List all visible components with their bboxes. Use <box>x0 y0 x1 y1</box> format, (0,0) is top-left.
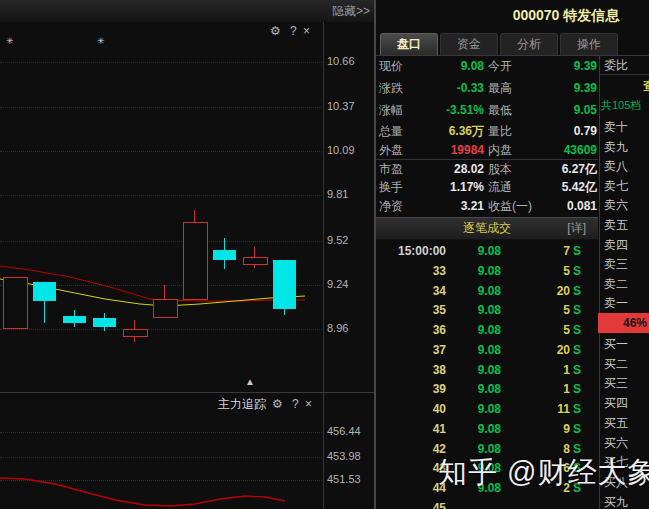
quote-value: 43609 <box>538 141 597 160</box>
order-book-column: 委比 查 共105档 46% 卖十卖九卖八卖七卖六卖五卖四卖三卖二卖一买一买二买… <box>599 55 649 509</box>
quote-row: 涨跌-0.33最高9.39 <box>376 79 598 98</box>
tick-time: 36 <box>386 320 446 340</box>
quote-row: 换手1.17%流通5.42亿 <box>376 178 598 197</box>
depth-sell-level[interactable]: 卖三 <box>604 255 628 273</box>
quote-label: 换手 <box>379 178 403 197</box>
tick-volume: 20 <box>526 340 570 360</box>
quote-label: 总量 <box>379 122 403 141</box>
candlestick <box>123 329 148 337</box>
tick-row: 339.085S <box>376 261 598 281</box>
weibi-label: 委比 <box>604 57 628 73</box>
tab-item-2[interactable]: 资金 <box>440 33 498 55</box>
depth-sell-level[interactable]: 卖四 <box>604 236 628 254</box>
tick-row: 369.085S <box>376 320 598 340</box>
candlestick <box>3 277 28 329</box>
kline-chart-panel: ⚙ ? × ✳ ✳ 10.6610.3710.099.819.529.248.9… <box>0 22 374 392</box>
quote-value: 9.08 <box>427 57 484 76</box>
depth-buy-level[interactable]: 买三 <box>604 374 628 392</box>
candlestick <box>243 257 268 265</box>
quote-value: 0.79 <box>538 122 597 141</box>
clipped-button-label[interactable]: 查 <box>643 78 649 94</box>
candlestick <box>93 318 116 327</box>
tab-item-4[interactable]: 操作 <box>560 33 618 55</box>
quote-label: 量比 <box>488 122 512 141</box>
tick-list-header: 逐笔成交 [详] <box>376 217 598 240</box>
main-force-tracker-panel: 主力追踪 ⚙ ? × 456.44453.98451.53 <box>0 392 374 509</box>
tick-time: 39 <box>386 379 446 399</box>
tick-volume: 5 <box>526 320 570 340</box>
depth-sell-level[interactable]: 卖六 <box>604 196 628 214</box>
tick-row: 399.081S <box>376 379 598 399</box>
quote-label: 净资 <box>379 197 403 216</box>
quote-label: 外盘 <box>379 141 403 160</box>
quote-value: 6.27亿 <box>538 160 597 179</box>
quote-row: 总量6.36万量比0.79 <box>376 122 598 141</box>
ma-lines-layer <box>0 22 374 392</box>
depth-sell-level[interactable]: 卖十 <box>604 118 628 136</box>
tick-side: S <box>573 340 587 360</box>
quote-label: 最高 <box>488 79 512 98</box>
quote-label: 现价 <box>379 57 403 76</box>
quote-row: 涨幅-3.51%最低9.05 <box>376 101 598 120</box>
candlestick <box>273 260 296 309</box>
depth-buy-level[interactable]: 买九 <box>604 493 628 509</box>
depth-sell-level[interactable]: 卖九 <box>604 138 628 156</box>
tick-row: 419.089S <box>376 419 598 439</box>
tick-volume: 5 <box>526 261 570 281</box>
tick-side: S <box>573 379 587 399</box>
depth-sell-level[interactable]: 卖七 <box>604 177 628 195</box>
tick-row: 15:00:009.087S <box>376 241 598 261</box>
tick-row: 389.081S <box>376 360 598 380</box>
tab-item-3[interactable]: 分析 <box>500 33 558 55</box>
tick-time: 45 <box>386 498 446 509</box>
tick-time: 33 <box>386 261 446 281</box>
quote-label: 流通 <box>488 178 512 197</box>
tick-volume: 9 <box>526 419 570 439</box>
depth-buy-level[interactable]: 买一 <box>604 335 628 353</box>
tick-row: 349.0820S <box>376 281 598 301</box>
left-top-bar: 隐藏>> <box>0 0 374 23</box>
quote-row: 净资3.21收益(一)0.081 <box>376 197 598 216</box>
quote-panel: 000070 特发信息 盘口资金分析操作 现价9.08今开9.39涨跌-0.33… <box>376 0 649 509</box>
tick-volume: 20 <box>526 281 570 301</box>
tick-side: S <box>573 261 587 281</box>
collapse-triangle-icon[interactable]: ▲ <box>245 377 255 387</box>
quote-value: 28.02 <box>427 160 484 179</box>
stock-title: 000070 特发信息 <box>496 7 636 25</box>
quote-value: 0.081 <box>538 197 597 216</box>
depth-sell-level[interactable]: 卖二 <box>604 275 628 293</box>
candlestick <box>213 250 236 259</box>
tab-item-1[interactable]: 盘口 <box>380 33 438 55</box>
tick-price: 9.08 <box>466 379 501 399</box>
tick-side: S <box>573 320 587 340</box>
tick-side: S <box>573 241 587 261</box>
depth-buy-level[interactable]: 买四 <box>604 394 628 412</box>
quote-row: 外盘19984内盘43609 <box>376 141 598 160</box>
depth-buy-level[interactable]: 买五 <box>604 414 628 432</box>
weibi-ratio-badge: 46% <box>598 313 649 333</box>
tick-detail-link[interactable]: [详] <box>567 218 586 239</box>
quote-tab-bar: 盘口资金分析操作 <box>376 33 649 56</box>
hide-panel-button[interactable]: 隐藏>> <box>332 3 370 20</box>
quote-value: 19984 <box>427 141 484 160</box>
tick-time: 41 <box>386 419 446 439</box>
tick-side: S <box>573 281 587 301</box>
depth-buy-level[interactable]: 买二 <box>604 355 628 373</box>
depth-sell-level[interactable]: 卖一 <box>604 294 628 312</box>
depth-buy-level[interactable]: 买六 <box>604 434 628 452</box>
quote-row: 现价9.08今开9.39 <box>376 57 598 76</box>
tick-volume: 1 <box>526 379 570 399</box>
tick-time: 40 <box>386 399 446 419</box>
depth-sell-level[interactable]: 卖八 <box>604 157 628 175</box>
depth-total-label: 共105档 <box>601 97 641 113</box>
tick-time: 35 <box>386 300 446 320</box>
tick-side: S <box>573 419 587 439</box>
quote-label: 内盘 <box>488 141 512 160</box>
tick-row: 409.0811S <box>376 399 598 419</box>
tick-row: 359.085S <box>376 300 598 320</box>
tick-row: 379.0820S <box>376 340 598 360</box>
quote-value: 9.39 <box>538 57 597 76</box>
tick-price: 9.08 <box>466 261 501 281</box>
depth-sell-level[interactable]: 卖五 <box>604 216 628 234</box>
tick-time: 44 <box>386 478 446 498</box>
